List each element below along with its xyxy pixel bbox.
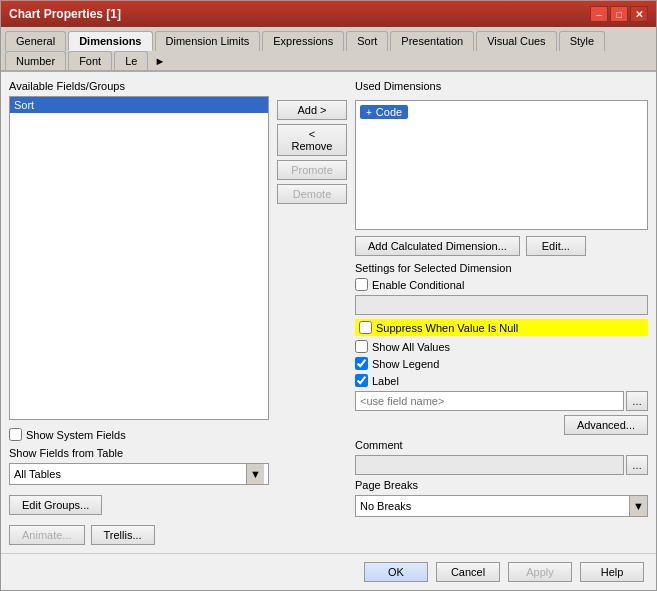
settings-section: Settings for Selected Dimension Enable C… — [355, 262, 648, 517]
ok-button[interactable]: OK — [364, 562, 428, 582]
tab-le[interactable]: Le — [114, 51, 148, 70]
minimize-button[interactable]: – — [590, 6, 608, 22]
help-button[interactable]: Help — [580, 562, 644, 582]
window-title: Chart Properties [1] — [9, 7, 121, 21]
animate-button[interactable]: Animate... — [9, 525, 85, 545]
footer: OK Cancel Apply Help — [1, 553, 656, 590]
show-all-values-label: Show All Values — [372, 341, 450, 353]
remove-button[interactable]: < Remove — [277, 124, 347, 156]
middle-panel: Add > < Remove Promote Demote — [277, 80, 347, 545]
label-input[interactable] — [355, 391, 624, 411]
tab-style[interactable]: Style — [559, 31, 605, 51]
show-all-values-row: Show All Values — [355, 340, 648, 353]
tab-scroll-right[interactable]: ► — [150, 51, 169, 70]
left-panel: Available Fields/Groups Sort Show System… — [9, 80, 269, 545]
expand-icon: + — [366, 107, 372, 118]
show-legend-label: Show Legend — [372, 358, 439, 370]
comment-label: Comment — [355, 439, 648, 451]
tab-presentation[interactable]: Presentation — [390, 31, 474, 51]
animate-trellis-row: Animate... Trellis... — [9, 525, 269, 545]
page-breaks-value: No Breaks — [356, 500, 629, 512]
used-dimensions-box[interactable]: + Code — [355, 100, 648, 230]
advanced-button[interactable]: Advanced... — [564, 415, 648, 435]
settings-label: Settings for Selected Dimension — [355, 262, 648, 274]
cancel-button[interactable]: Cancel — [436, 562, 500, 582]
left-bottom: Show System Fields Show Fields from Tabl… — [9, 428, 269, 545]
title-bar: Chart Properties [1] – □ ✕ — [1, 1, 656, 27]
tab-font[interactable]: Font — [68, 51, 112, 70]
comment-input-button[interactable]: … — [626, 455, 648, 475]
used-dimensions-label: Used Dimensions — [355, 80, 648, 92]
show-fields-combo-value: All Tables — [14, 468, 246, 480]
label-input-row: … — [355, 391, 648, 411]
page-breaks-label: Page Breaks — [355, 479, 648, 491]
enable-conditional-checkbox[interactable] — [355, 278, 368, 291]
tab-dimension-limits[interactable]: Dimension Limits — [155, 31, 261, 51]
title-bar-controls: – □ ✕ — [590, 6, 648, 22]
suppress-when-null-label: Suppress When Value Is Null — [376, 322, 518, 334]
show-system-fields-row: Show System Fields — [9, 428, 269, 441]
enable-conditional-label: Enable Conditional — [372, 279, 464, 291]
label-checkbox-row: Label — [355, 374, 648, 387]
page-breaks-combo[interactable]: No Breaks ▼ — [355, 495, 648, 517]
available-fields-label: Available Fields/Groups — [9, 80, 269, 92]
comment-input-row: … — [355, 455, 648, 475]
right-panel: Used Dimensions + Code Add Calculated Di… — [355, 80, 648, 545]
tab-bar: General Dimensions Dimension Limits Expr… — [1, 27, 656, 72]
chart-properties-window: Chart Properties [1] – □ ✕ General Dimen… — [0, 0, 657, 591]
add-button[interactable]: Add > — [277, 100, 347, 120]
show-system-fields-checkbox[interactable] — [9, 428, 22, 441]
maximize-button[interactable]: □ — [610, 6, 628, 22]
edit-groups-button[interactable]: Edit Groups... — [9, 495, 102, 515]
suppress-when-null-checkbox[interactable] — [359, 321, 372, 334]
tab-number[interactable]: Number — [5, 51, 66, 70]
comment-input[interactable] — [355, 455, 624, 475]
close-button[interactable]: ✕ — [630, 6, 648, 22]
show-fields-from-table-label: Show Fields from Table — [9, 447, 269, 459]
show-fields-combo[interactable]: All Tables ▼ — [9, 463, 269, 485]
promote-button[interactable]: Promote — [277, 160, 347, 180]
main-content: Available Fields/Groups Sort Show System… — [1, 72, 656, 553]
show-legend-checkbox[interactable] — [355, 357, 368, 370]
trellis-button[interactable]: Trellis... — [91, 525, 155, 545]
list-item-sort[interactable]: Sort — [10, 97, 268, 113]
show-system-fields-label: Show System Fields — [26, 429, 126, 441]
available-fields-list[interactable]: Sort — [9, 96, 269, 420]
suppress-when-null-row: Suppress When Value Is Null — [355, 319, 648, 336]
show-fields-from-table-field: Show Fields from Table All Tables ▼ — [9, 447, 269, 485]
tab-general[interactable]: General — [5, 31, 66, 51]
right-actions: Add Calculated Dimension... Edit... — [355, 236, 648, 256]
show-all-values-checkbox[interactable] — [355, 340, 368, 353]
tab-sort[interactable]: Sort — [346, 31, 388, 51]
label-input-button[interactable]: … — [626, 391, 648, 411]
tab-visual-cues[interactable]: Visual Cues — [476, 31, 557, 51]
tab-expressions[interactable]: Expressions — [262, 31, 344, 51]
page-breaks-combo-arrow[interactable]: ▼ — [629, 496, 647, 516]
dimension-tag-code[interactable]: + Code — [360, 105, 408, 119]
edit-groups-row: Edit Groups... — [9, 495, 269, 515]
label-checkbox-label: Label — [372, 375, 399, 387]
add-calculated-dimension-button[interactable]: Add Calculated Dimension... — [355, 236, 520, 256]
apply-button[interactable]: Apply — [508, 562, 572, 582]
conditional-input[interactable] — [355, 295, 648, 315]
enable-conditional-row: Enable Conditional — [355, 278, 648, 291]
dimension-tag-label: Code — [376, 106, 402, 118]
show-fields-combo-arrow[interactable]: ▼ — [246, 464, 264, 484]
demote-button[interactable]: Demote — [277, 184, 347, 204]
tab-dimensions[interactable]: Dimensions — [68, 31, 152, 51]
label-checkbox[interactable] — [355, 374, 368, 387]
edit-dimension-button[interactable]: Edit... — [526, 236, 586, 256]
show-legend-row: Show Legend — [355, 357, 648, 370]
